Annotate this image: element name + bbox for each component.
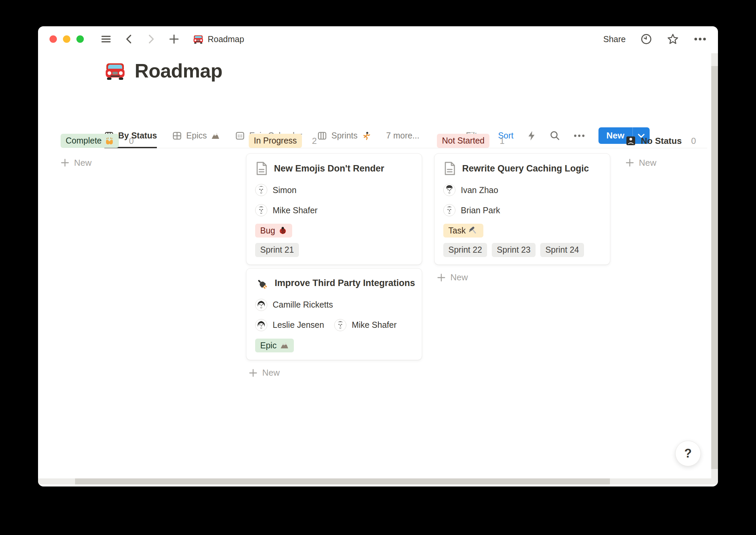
minimize-window-button[interactable] [63, 35, 70, 43]
new-page-icon[interactable] [169, 34, 179, 44]
vertical-scrollbar[interactable] [711, 53, 718, 478]
plug-icon [255, 277, 269, 290]
page-icon [255, 161, 268, 176]
horizontal-scrollbar-thumb[interactable] [75, 478, 610, 484]
back-icon[interactable] [124, 34, 134, 44]
sidebar-menu-icon[interactable] [101, 34, 111, 44]
column-count: 1 [500, 136, 504, 146]
status-badge-no-status[interactable]: No Status [641, 136, 682, 146]
help-button[interactable]: ? [675, 441, 701, 466]
share-button[interactable]: Share [603, 34, 626, 44]
raised-hands-icon [105, 136, 114, 145]
breadcrumb-label: Roadmap [208, 34, 244, 44]
sprint-chip[interactable]: Sprint 22 [443, 243, 487, 257]
column-count: 0 [129, 136, 134, 146]
person-chip[interactable]: Mike Shafer [255, 204, 317, 216]
page-title: Roadmap [135, 59, 222, 82]
sprint-chip[interactable]: Sprint 23 [492, 243, 536, 257]
sprint-chip[interactable]: Sprint 24 [540, 243, 584, 257]
person-chip[interactable]: Camille Ricketts [255, 299, 333, 311]
person-chip[interactable]: Brian Park [443, 204, 500, 216]
board-view: Complete 0 New In Progress [38, 134, 718, 473]
column-count: 2 [312, 136, 317, 146]
avatar [255, 184, 267, 196]
question-mark-icon: ? [684, 446, 692, 461]
sprint-chip[interactable]: Sprint 21 [255, 243, 299, 257]
add-card-button[interactable]: New [246, 366, 422, 380]
tag-task[interactable]: Task [443, 224, 483, 238]
car-icon [193, 34, 204, 44]
zoom-window-button[interactable] [76, 35, 84, 43]
close-window-button[interactable] [49, 35, 57, 43]
board-column-not-started: Not Started 1 Rewrite Query Caching Logi… [434, 134, 610, 285]
tag-epic[interactable]: Epic [255, 339, 294, 352]
car-icon[interactable] [104, 60, 126, 82]
avatar [255, 319, 267, 331]
add-card-button[interactable]: New [58, 155, 234, 170]
status-badge-in-progress[interactable]: In Progress [249, 134, 302, 148]
column-count: 0 [691, 136, 696, 146]
more-options-icon[interactable] [694, 37, 707, 41]
board-column-no-status: No Status 0 New [623, 134, 718, 170]
person-chip[interactable]: Simon [255, 184, 297, 196]
status-badge-complete[interactable]: Complete [61, 134, 119, 148]
person-chip[interactable]: Leslie Jensen [255, 319, 324, 331]
notion-window: Roadmap Share Roadmap [38, 26, 718, 486]
vertical-scrollbar-thumb[interactable] [711, 66, 718, 469]
horizontal-scrollbar[interactable] [38, 478, 718, 484]
forward-icon[interactable] [146, 34, 156, 44]
card-rewrite-query-caching-logic[interactable]: Rewrite Query Caching Logic Ivan Zhao [434, 153, 610, 265]
page-icon [443, 161, 456, 176]
traffic-lights [49, 35, 84, 43]
clock-icon[interactable] [641, 33, 652, 45]
card-new-emojis-dont-render[interactable]: New Emojis Don't Render Simon [246, 153, 422, 265]
avatar [255, 204, 267, 216]
add-card-button[interactable]: New [623, 155, 718, 170]
desktop-background: Roadmap Share Roadmap [0, 0, 756, 535]
status-badge-not-started[interactable]: Not Started [437, 134, 489, 148]
board-column-in-progress: In Progress 2 New Emojis Don't Render [246, 134, 422, 380]
breadcrumb[interactable]: Roadmap [193, 34, 244, 44]
add-card-button[interactable]: New [434, 270, 610, 285]
mountain-icon [280, 341, 289, 350]
tag-bug[interactable]: Bug [255, 224, 292, 238]
person-chip[interactable]: Mike Shafer [334, 319, 397, 331]
avatar [443, 204, 455, 216]
card-improve-third-party-integrations[interactable]: Improve Third Party Integrations Camille… [246, 268, 422, 360]
avatar [443, 184, 455, 196]
avatar [334, 319, 346, 331]
person-chip[interactable]: Ivan Zhao [443, 184, 498, 196]
avatar [255, 299, 267, 311]
board-column-complete: Complete 0 New [58, 134, 234, 170]
star-icon[interactable] [667, 33, 679, 45]
inbox-icon [625, 135, 636, 146]
hammer-icon [469, 226, 478, 235]
ladybug-icon [278, 226, 287, 235]
titlebar: Roadmap Share [38, 26, 718, 52]
